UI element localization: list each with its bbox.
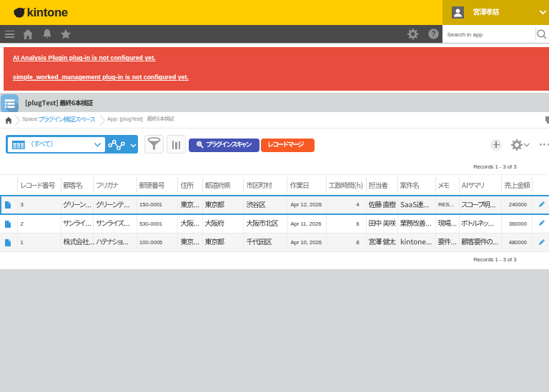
svg-text:?: ? — [431, 29, 435, 38]
